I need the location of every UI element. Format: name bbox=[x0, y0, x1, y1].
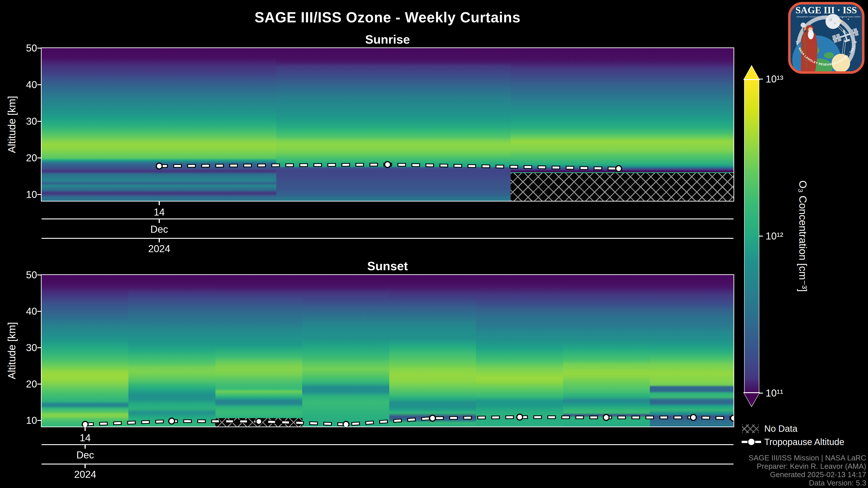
x-axis-year-label: 2024 bbox=[51, 468, 119, 481]
x-axis-tick bbox=[159, 239, 160, 242]
x-axis-tick bbox=[159, 201, 160, 205]
date-separator-line bbox=[41, 238, 734, 239]
legend-dash-icon bbox=[755, 441, 761, 443]
y-axis-tick bbox=[37, 84, 41, 85]
x-axis-day-label: 14 bbox=[125, 206, 193, 218]
y-axis-tick bbox=[37, 384, 41, 385]
tropopause-marker[interactable] bbox=[603, 415, 609, 420]
y-axis-tick-label: 40 bbox=[5, 78, 37, 91]
date-separator-line bbox=[41, 464, 734, 464]
figure-footer: SAGE III/ISS Mission | NASA LaRC Prepare… bbox=[610, 454, 866, 487]
tropopause-marker[interactable] bbox=[256, 418, 262, 424]
tropopause-marker[interactable] bbox=[343, 421, 349, 427]
y-axis-tick-label: 10 bbox=[5, 188, 37, 201]
y-axis-tick bbox=[37, 48, 41, 48]
tropopause-marker[interactable] bbox=[517, 414, 523, 420]
y-axis-tick-label: 30 bbox=[5, 115, 37, 127]
tropopause-marker[interactable] bbox=[82, 421, 88, 427]
tropopause-legend-line-icon bbox=[742, 438, 761, 446]
x-axis-day-label: 14 bbox=[51, 432, 119, 444]
footer-mission-line: SAGE III/ISS Mission | NASA LaRC bbox=[610, 454, 866, 462]
colorbar-axis-label: O₃ Concentration [cm⁻³] bbox=[797, 181, 809, 292]
tropopause-marker[interactable] bbox=[168, 418, 175, 424]
y-axis-tick bbox=[37, 158, 41, 158]
y-axis-tick-label: 50 bbox=[5, 42, 37, 54]
figure-canvas: SAGE III/ISS Ozone - Weekly Curtains Sun… bbox=[0, 0, 868, 488]
mission-patch-logo: SAGE III · ISS Stratospheric Aerosol and… bbox=[788, 2, 865, 74]
x-axis-tick bbox=[85, 427, 86, 431]
colorbar-tick-label: 10¹² bbox=[766, 230, 783, 242]
date-separator-line bbox=[41, 444, 734, 445]
footer-data-version-line: Data Version: 5.3 bbox=[610, 479, 866, 487]
legend-label-no-data: No Data bbox=[764, 423, 798, 434]
x-axis-month-label: Dec bbox=[125, 223, 193, 235]
tropopause-marker[interactable] bbox=[385, 162, 391, 168]
footer-preparer-line: Preparer: Kevin R. Leavor (AMA) bbox=[610, 462, 866, 470]
y-axis-tick bbox=[37, 311, 41, 312]
legend-dash-icon bbox=[742, 441, 747, 443]
tropopause-marker[interactable] bbox=[690, 415, 696, 420]
colorbar-tick-label: 10¹¹ bbox=[766, 387, 783, 399]
y-axis-tick-label: 30 bbox=[5, 341, 37, 354]
tropopause-marker[interactable] bbox=[616, 166, 622, 171]
patch-title: SAGE III · ISS bbox=[796, 5, 857, 15]
tropopause-line bbox=[41, 48, 734, 201]
y-axis-tick bbox=[37, 274, 41, 275]
x-axis-year-label: 2024 bbox=[125, 242, 193, 255]
x-axis-tick bbox=[85, 445, 86, 449]
x-axis-tick bbox=[85, 464, 86, 468]
colorbar-gradient bbox=[744, 79, 759, 393]
no-data-legend-swatch-icon bbox=[742, 424, 759, 433]
y-axis-tick bbox=[37, 194, 41, 195]
tropopause-marker[interactable] bbox=[156, 163, 162, 169]
date-separator-line bbox=[41, 219, 734, 219]
colorbar-tick-label: 10¹³ bbox=[766, 73, 783, 85]
y-axis-tick bbox=[37, 121, 41, 122]
y-axis-tick-label: 10 bbox=[5, 414, 37, 427]
patch-subtitle-right: International Space Station bbox=[836, 15, 861, 18]
x-axis-month-label: Dec bbox=[51, 449, 119, 461]
sunset-heatmap[interactable] bbox=[41, 274, 734, 427]
footer-generated-line: Generated 2025-02-13 14:17 bbox=[610, 470, 866, 479]
tropopause-marker[interactable] bbox=[731, 415, 734, 421]
tropopause-line bbox=[41, 275, 734, 427]
y-axis-tick-label: 20 bbox=[5, 378, 37, 390]
tropopause-marker[interactable] bbox=[430, 415, 435, 421]
page-title: SAGE III/ISS Ozone - Weekly Curtains bbox=[41, 9, 734, 26]
y-axis-tick-label: 50 bbox=[5, 269, 37, 281]
sunset-panel-title: Sunset bbox=[41, 259, 734, 273]
x-axis-tick bbox=[159, 219, 160, 223]
legend-label-tropopause: Tropopause Altitude bbox=[764, 436, 844, 448]
colorbar-tick bbox=[759, 236, 763, 236]
y-axis-tick-label: 20 bbox=[5, 152, 37, 164]
y-axis-tick bbox=[37, 420, 41, 421]
y-axis-tick bbox=[37, 347, 41, 348]
sunrise-panel-title: Sunrise bbox=[41, 32, 734, 46]
sunrise-heatmap[interactable] bbox=[41, 47, 734, 201]
y-axis-tick-label: 40 bbox=[5, 305, 37, 318]
colorbar-top-arrow bbox=[744, 66, 759, 79]
colorbar-bottom-arrow bbox=[744, 393, 759, 406]
patch-subtitle-left: Stratospheric Aerosol and Gas Experiment… bbox=[796, 15, 837, 18]
colorbar-tick bbox=[759, 393, 763, 394]
colorbar-tick bbox=[759, 78, 763, 79]
legend-marker-dot-icon bbox=[748, 439, 754, 445]
